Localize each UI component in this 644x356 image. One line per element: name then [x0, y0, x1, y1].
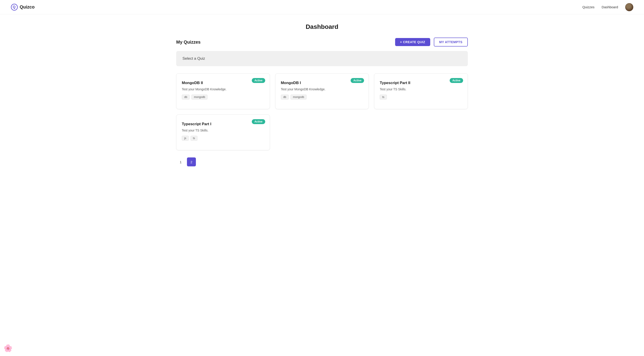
- page-button-2[interactable]: 2: [187, 158, 196, 166]
- tag: db: [182, 94, 190, 100]
- tag: mongodb: [290, 94, 306, 100]
- logo-area[interactable]: Q Quizco: [11, 4, 35, 11]
- quiz-select-banner: Select a Quiz: [176, 51, 468, 66]
- pagination: 12: [176, 158, 468, 166]
- nav-quizzes[interactable]: Quizzes: [582, 5, 594, 9]
- quiz-tags: dbmongodb: [281, 94, 363, 100]
- section-actions: + CREATE QUIZ MY ATTEMPTS: [395, 38, 468, 46]
- status-badge: Active: [252, 119, 265, 124]
- quiz-select-text: Select a Quiz: [182, 56, 205, 60]
- status-badge: Active: [450, 78, 463, 83]
- header: Q Quizco Quizzes Dashboard: [0, 0, 644, 14]
- quiz-description: Test your MongoDB Knowledge.: [281, 88, 363, 91]
- status-badge: Active: [252, 78, 265, 83]
- flower-decoration: 🌸: [4, 344, 12, 352]
- create-quiz-button[interactable]: + CREATE QUIZ: [395, 38, 430, 46]
- quiz-card-mongodb-i[interactable]: ActiveMongoDB ITest your MongoDB Knowled…: [275, 73, 369, 109]
- section-header: My Quizzes + CREATE QUIZ MY ATTEMPTS: [176, 38, 468, 46]
- my-attempts-button[interactable]: MY ATTEMPTS: [434, 38, 468, 46]
- tag: db: [281, 94, 289, 100]
- nav-dashboard[interactable]: Dashboard: [602, 5, 618, 9]
- tag: js: [182, 136, 189, 141]
- quiz-description: Test your TS Skills.: [182, 128, 264, 132]
- quiz-card-mongodb-ii[interactable]: ActiveMongoDB IITest your MongoDB Knowle…: [176, 73, 270, 109]
- quiz-description: Test your MongoDB Knowledge.: [182, 88, 264, 91]
- section-title: My Quizzes: [176, 40, 200, 45]
- quiz-card-typescript-part-ii[interactable]: ActiveTypescript Part IITest your TS Ski…: [374, 73, 468, 109]
- avatar-image: [625, 3, 633, 11]
- page-button-1[interactable]: 1: [176, 158, 185, 166]
- logo-text: Quizco: [20, 4, 35, 10]
- tag: mongodb: [192, 94, 208, 100]
- quiz-tags: ts: [380, 94, 462, 100]
- quizco-logo-icon: Q: [11, 4, 18, 11]
- status-badge: Active: [350, 78, 364, 83]
- user-avatar[interactable]: [625, 3, 633, 11]
- quiz-grid: ActiveMongoDB IITest your MongoDB Knowle…: [176, 73, 468, 150]
- quiz-tags: dbmongodb: [182, 94, 264, 100]
- quiz-tags: jsts: [182, 136, 264, 141]
- tag: ts: [380, 94, 386, 100]
- tag: ts: [190, 136, 198, 141]
- svg-text:Q: Q: [13, 5, 16, 9]
- nav: Quizzes Dashboard: [582, 3, 633, 11]
- quiz-card-typescript-part-i[interactable]: ActiveTypescript Part ITest your TS Skil…: [176, 114, 270, 150]
- main-content: Dashboard My Quizzes + CREATE QUIZ MY AT…: [166, 14, 478, 175]
- page-title: Dashboard: [176, 23, 468, 30]
- quiz-description: Test your TS Skills.: [380, 88, 462, 91]
